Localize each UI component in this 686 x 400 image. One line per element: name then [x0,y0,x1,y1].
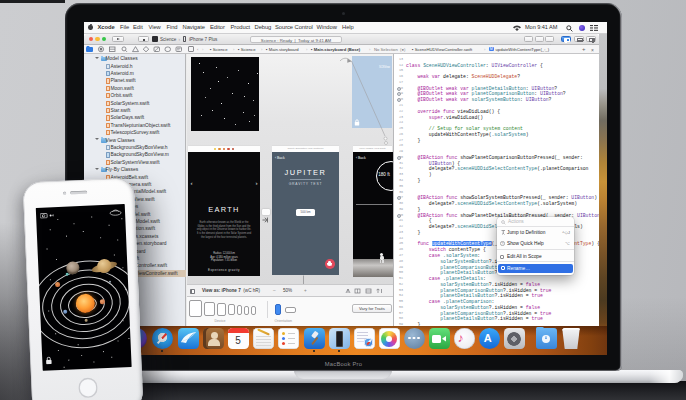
svg-text:?: ? [502,241,504,245]
